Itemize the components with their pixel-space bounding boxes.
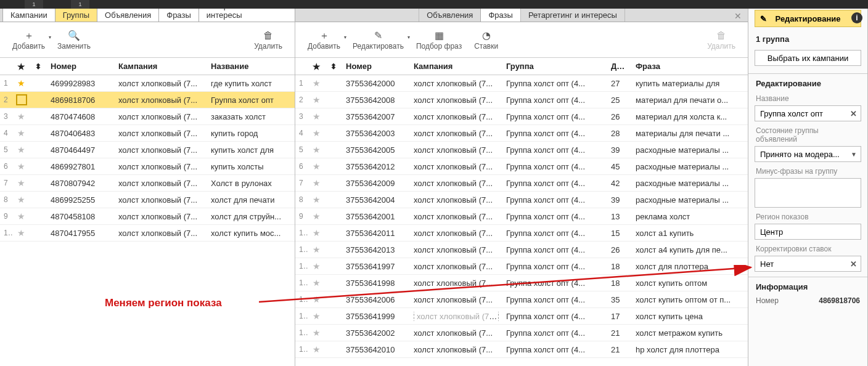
star-icon[interactable]: ★ — [12, 94, 30, 105]
tab-retarget-mid[interactable]: Ретаргетинг и интересы — [520, 7, 625, 22]
star-icon[interactable]: ★ — [308, 344, 325, 354]
table-row[interactable]: 7★37553642009холст хлопковый (7...Группа… — [295, 175, 748, 192]
star-icon[interactable]: ★ — [12, 62, 30, 71]
cell-phrase: материал для печати о... — [632, 96, 737, 105]
table-row[interactable]: 2★37553642008холст хлопковый (7...Группа… — [295, 92, 748, 108]
region-field[interactable]: Центр — [755, 224, 861, 240]
edit-mode-button[interactable]: ✎ Редактирование — [755, 10, 861, 27]
replace-button[interactable]: 🔍Заменить — [51, 30, 97, 51]
star-icon[interactable]: ★ — [12, 145, 30, 155]
name-field[interactable]: Группа холст опт ✕ — [755, 105, 861, 121]
tab-ads[interactable]: Объявления — [97, 7, 159, 22]
table-row[interactable]: 1★37553642000холст хлопковый (7...Группа… — [295, 75, 748, 92]
cell-number: 37553641999 — [342, 312, 410, 321]
info-icon[interactable]: i — [851, 12, 862, 23]
table-row[interactable]: 16★37553642002холст хлопковый (7...Групп… — [295, 325, 748, 341]
state-select[interactable]: Принято на модера... ▼ — [755, 146, 861, 162]
col-length[interactable]: Дл... — [607, 62, 632, 71]
table-row[interactable]: 12★37553641997холст хлопковый (7...Групп… — [295, 258, 748, 275]
table-row[interactable]: 5★4870464497холст хлопковый (7...купить … — [0, 142, 295, 158]
star-icon[interactable]: ★ — [308, 211, 325, 221]
tab-phrases-mid[interactable]: Фразы — [480, 7, 521, 22]
star-icon[interactable]: ★ — [12, 211, 30, 221]
table-row[interactable]: 9★37553642001холст хлопковый (7...Группа… — [295, 208, 748, 225]
add-button-mid[interactable]: ＋Добавить▾ — [301, 30, 346, 51]
star-icon[interactable]: ★ — [308, 178, 325, 188]
bids-field[interactable]: Нет ✕ — [755, 256, 861, 272]
star-icon[interactable]: ★ — [12, 178, 30, 188]
star-icon[interactable]: ★ — [308, 78, 325, 88]
col-group[interactable]: Группа — [502, 62, 607, 71]
table-row[interactable]: 6★37553642012холст хлопковый (7...Группа… — [295, 158, 748, 175]
star-icon[interactable]: ★ — [12, 161, 30, 171]
edit-button-mid[interactable]: ✎Редактировать▾ — [346, 30, 410, 51]
star-icon[interactable]: ★ — [308, 161, 325, 171]
star-icon[interactable]: ★ — [308, 195, 325, 205]
table-row[interactable]: 3★4870474608холст хлопковый (7...заказат… — [0, 108, 295, 125]
star-icon[interactable]: ★ — [12, 228, 30, 238]
star-icon[interactable]: ★ — [12, 112, 30, 121]
table-row[interactable]: 15★37553641999холст хлопковый (7...Групп… — [295, 308, 748, 325]
table-row[interactable]: 17★37553642010холст хлопковый (7...Групп… — [295, 341, 748, 358]
table-row[interactable]: 7★4870807942холст хлопковый (7...Холст в… — [0, 175, 295, 192]
table-row[interactable]: 4★37553642003холст хлопковый (7...Группа… — [295, 125, 748, 142]
tab-ads-mid[interactable]: Объявления — [419, 7, 481, 22]
minus-textarea[interactable] — [755, 178, 861, 208]
star-icon[interactable]: ★ — [308, 245, 325, 254]
table-row[interactable]: 5★37553642005холст хлопковый (7...Группа… — [295, 142, 748, 158]
col-phrase[interactable]: Фраза — [632, 62, 737, 71]
table-row[interactable]: 8★4869925255холст хлопковый (7...холст д… — [0, 192, 295, 208]
delete-button[interactable]: 🗑Удалить — [248, 30, 289, 51]
cell-name: холст для струйн... — [207, 212, 293, 221]
cell-phrase: купить материалы для — [632, 79, 737, 88]
table-row[interactable]: 11★37553642013холст хлопковый (7...Групп… — [295, 242, 748, 258]
star-icon[interactable]: ★ — [308, 112, 325, 121]
star-icon[interactable]: ★ — [12, 195, 30, 205]
clear-icon[interactable]: ✕ — [850, 109, 857, 118]
table-row[interactable]: 3★37553642007холст хлопковый (7...Группа… — [295, 108, 748, 125]
star-icon[interactable]: ★ — [308, 95, 325, 105]
tab-groups[interactable]: Группы — [55, 7, 97, 22]
select-campaigns-button[interactable]: Выбрать их кампании — [755, 50, 861, 66]
table-row[interactable]: 8★37553642004холст хлопковый (7...Группа… — [295, 192, 748, 208]
table-row[interactable]: 2★4869818706холст хлопковый (7...Группа … — [0, 92, 295, 108]
star-icon[interactable]: ★ — [308, 328, 325, 338]
star-icon[interactable]: ★ — [308, 311, 325, 321]
col-number[interactable]: Номер — [342, 62, 410, 71]
star-icon[interactable]: ★ — [12, 78, 30, 88]
table-row[interactable]: 13★37553641998холст хлопковый (7...Групп… — [295, 275, 748, 291]
table-row[interactable]: 4★4870406483холст хлопковый (7...купить … — [0, 125, 295, 142]
star-icon[interactable]: ★ — [308, 62, 325, 71]
col-campaign[interactable]: Кампания — [410, 62, 502, 71]
add-button[interactable]: ＋Добавить▾ — [6, 30, 51, 51]
tool-label: Ставки — [474, 42, 498, 51]
table-row[interactable]: 10★4870417955холст хлопковый (7...холст … — [0, 225, 295, 242]
table-row[interactable]: 1★4699928983холст хлопковый (7...где куп… — [0, 75, 295, 92]
star-icon[interactable]: ★ — [308, 261, 325, 271]
row-index: 7 — [0, 179, 12, 187]
cell-group: Группа холст опт (4... — [502, 96, 607, 105]
col-campaign[interactable]: Кампания — [115, 62, 207, 71]
col-number[interactable]: Номер — [47, 62, 115, 71]
col-name[interactable]: Название — [207, 62, 293, 71]
cell-number: 37553642007 — [342, 112, 410, 121]
close-icon[interactable]: ✕ — [734, 11, 742, 21]
pick-button[interactable]: ▦Подбор фраз — [410, 30, 468, 51]
star-icon[interactable]: ★ — [308, 228, 325, 238]
sort-icon[interactable]: ⬍ — [325, 62, 342, 71]
star-icon[interactable]: ★ — [308, 295, 325, 304]
bids-button[interactable]: ◔Ставки — [468, 30, 504, 51]
table-row[interactable]: 6★4869927801холст хлопковый (7...купить … — [0, 158, 295, 175]
table-row[interactable]: 10★37553642011холст хлопковый (7...Групп… — [295, 225, 748, 242]
star-icon[interactable]: ★ — [308, 278, 325, 288]
star-icon[interactable]: ★ — [308, 145, 325, 155]
star-icon[interactable]: ★ — [308, 128, 325, 138]
table-row[interactable]: 14★37553642006холст хлопковый (7...Групп… — [295, 291, 748, 308]
table-row[interactable]: 9★4870458108холст хлопковый (7...холст д… — [0, 208, 295, 225]
tab-campaigns[interactable]: Кампании — [2, 7, 55, 22]
clear-icon[interactable]: ✕ — [850, 259, 857, 269]
star-icon[interactable]: ★ — [12, 128, 30, 138]
tab-phrases[interactable]: Фразы — [158, 7, 199, 22]
sort-icon[interactable]: ⬍ — [30, 62, 47, 71]
row-index: 4 — [0, 129, 12, 137]
